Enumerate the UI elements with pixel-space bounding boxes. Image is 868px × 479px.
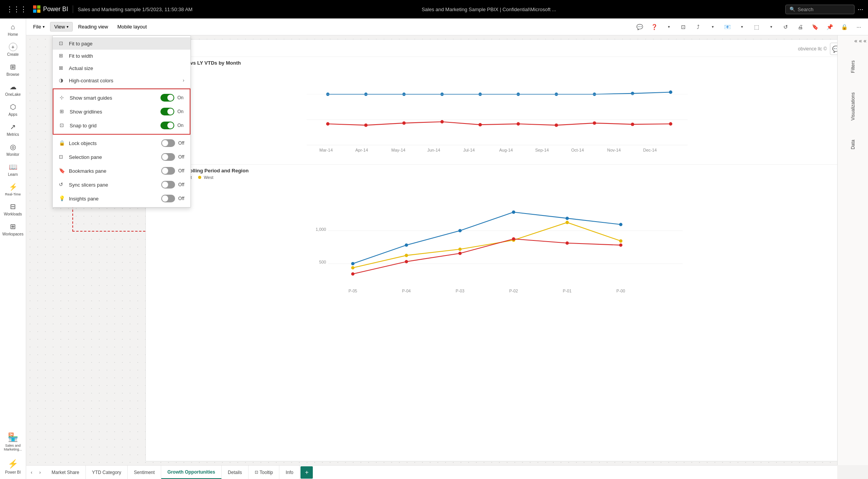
- dropdown-smart-guides[interactable]: ⊹ Show smart guides On: [53, 91, 190, 105]
- visualizations-tab[interactable]: Visualizations: [848, 86, 858, 127]
- pin-icon[interactable]: 📌: [823, 21, 836, 33]
- sidebar-item-sales[interactable]: 🏪 Sales and Marketing...: [0, 429, 26, 454]
- dropdown-lock-objects[interactable]: 🔒 Lock objects Off: [53, 136, 190, 150]
- sidebar-item-home[interactable]: ⌂ Home: [0, 20, 26, 40]
- export-chevron-icon[interactable]: ▾: [765, 21, 777, 33]
- dropdown-insights-pane[interactable]: 💡 Insights pane Off: [53, 192, 190, 205]
- dropdown-snap-to-grid[interactable]: ⊡ Snap to grid On: [53, 118, 190, 132]
- svg-text:1,000: 1,000: [316, 227, 326, 232]
- dropdown-selection-pane[interactable]: ⊡ Selection pane Off: [53, 150, 190, 164]
- bookmarks-toggle-group: Off: [161, 167, 184, 175]
- menu-mobile-layout[interactable]: Mobile layout: [114, 22, 151, 31]
- waffle-icon[interactable]: ⋮⋮⋮: [5, 3, 28, 15]
- sidebar-item-powerbi[interactable]: ⚡ Power BI: [0, 456, 26, 477]
- menu-file[interactable]: File ▾: [29, 22, 48, 31]
- search-box[interactable]: 🔍 Search: [785, 5, 855, 14]
- focus-icon[interactable]: ⊡: [677, 21, 689, 33]
- smart-guides-toggle[interactable]: [160, 94, 174, 102]
- refresh-icon[interactable]: ↺: [780, 21, 792, 33]
- subscribe-chevron-icon[interactable]: ▾: [736, 21, 748, 33]
- insights-thumb: [162, 195, 168, 202]
- collapse-left-icon[interactable]: «: [855, 38, 858, 44]
- dropdown-fit-to-page[interactable]: ⊡ Fit to page: [53, 37, 190, 50]
- search-icon: 🔍: [790, 7, 795, 12]
- menu-reading-view[interactable]: Reading view: [74, 22, 112, 31]
- tab-tooltip[interactable]: ⊡ Tooltip: [249, 466, 280, 479]
- sidebar-item-realtime[interactable]: ⚡ Real-Time: [0, 180, 26, 199]
- reading-view-label: Reading view: [78, 24, 108, 30]
- snap-grid-toggle[interactable]: [160, 122, 174, 129]
- menu-view[interactable]: View ▾: [50, 22, 73, 32]
- bookmarks-toggle[interactable]: [161, 167, 175, 175]
- collapse-icon2[interactable]: «: [863, 38, 866, 44]
- sensitivity-icon[interactable]: 🔒: [838, 21, 850, 33]
- add-tab-button[interactable]: +: [300, 466, 313, 479]
- svg-point-33: [669, 122, 673, 126]
- dropdown-high-contrast[interactable]: ◑ High-contrast colors ›: [53, 74, 190, 87]
- tab-growth-opportunities[interactable]: Growth Opportunities: [161, 466, 222, 479]
- actual-size-icon: ⊠: [59, 65, 65, 71]
- search-label: Search: [798, 7, 813, 12]
- prev-tab-button[interactable]: ‹: [28, 469, 35, 476]
- sidebar-item-browse[interactable]: ⊞ Browse: [0, 60, 26, 80]
- sidebar-item-apps[interactable]: ⬡ Apps: [0, 100, 26, 120]
- svg-text:Sep-14: Sep-14: [535, 148, 549, 152]
- dropdown-actual-size[interactable]: ⊠ Actual size: [53, 62, 190, 74]
- sync-toggle[interactable]: [161, 181, 175, 189]
- chart-panel: Analysis obvience llc © 💬 Total Units VT…: [145, 39, 849, 461]
- qna-icon[interactable]: ❓: [648, 21, 660, 33]
- svg-point-61: [458, 252, 462, 255]
- sidebar-item-create[interactable]: + Create: [0, 40, 26, 60]
- bookmark-icon[interactable]: 🔖: [809, 21, 821, 33]
- onelake-icon: ☁: [10, 83, 17, 91]
- lock-thumb: [162, 140, 168, 146]
- snap-grid-thumb: [167, 122, 174, 129]
- dropdown-show-gridlines[interactable]: ⊞ Show gridlines On: [53, 105, 190, 118]
- print-icon[interactable]: 🖨: [794, 21, 806, 33]
- sidebar-item-onelake[interactable]: ☁ OneLake: [0, 80, 26, 100]
- gridlines-toggle[interactable]: [160, 108, 174, 115]
- svg-text:P-02: P-02: [509, 289, 518, 293]
- next-tab-button[interactable]: ›: [36, 469, 44, 476]
- tab-sentiment[interactable]: Sentiment: [128, 466, 161, 479]
- sidebar-home-label: Home: [8, 32, 18, 37]
- apps-icon: ⬡: [10, 103, 16, 111]
- main-area: Analysis obvience llc © 💬 Total Units VT…: [26, 35, 868, 479]
- share-chevron-icon[interactable]: ▾: [706, 21, 719, 33]
- insights-icon: 💡: [59, 195, 65, 202]
- qna-chevron-icon[interactable]: ▾: [663, 21, 675, 33]
- more-menu-icon[interactable]: ···: [853, 21, 865, 33]
- filters-tab[interactable]: Filters: [848, 54, 858, 80]
- sidebar-item-workloads[interactable]: ⊟ Workloads: [0, 199, 26, 219]
- selection-toggle[interactable]: [161, 153, 175, 161]
- tab-ytd-category[interactable]: YTD Category: [86, 466, 128, 479]
- data-tab[interactable]: Data: [848, 133, 858, 156]
- sync-toggle-label: Off: [178, 182, 184, 187]
- dropdown-fit-to-width[interactable]: ⊞ Fit to width: [53, 50, 190, 62]
- dropdown-bookmarks-pane[interactable]: 🔖 Bookmarks pane Off: [53, 164, 190, 178]
- sidebar-item-learn[interactable]: 📖 Learn: [0, 160, 26, 180]
- sidebar-item-metrics[interactable]: ↗ Metrics: [0, 120, 26, 140]
- lock-toggle[interactable]: [161, 139, 175, 147]
- tab-market-share[interactable]: Market Share: [45, 466, 86, 479]
- actual-size-label: Actual size: [69, 65, 184, 71]
- sidebar-item-monitor[interactable]: ◎ Monitor: [0, 140, 26, 160]
- insights-toggle-label: Off: [178, 196, 184, 201]
- dropdown-sync-slicers[interactable]: ↺ Sync slicers pane Off: [53, 178, 190, 192]
- export-icon[interactable]: ⬚: [750, 21, 763, 33]
- collapse-right-icon[interactable]: «: [859, 38, 862, 44]
- svg-text:P-01: P-01: [563, 289, 572, 293]
- insights-toggle[interactable]: [161, 195, 175, 202]
- menu-bar: File ▾ View ▾ Reading view Mobile layout…: [26, 18, 868, 35]
- more-options-icon[interactable]: ···: [858, 5, 863, 13]
- share-icon[interactable]: ⤴: [692, 21, 704, 33]
- tab-info[interactable]: Info: [279, 466, 300, 479]
- sidebar-apps-label: Apps: [8, 112, 17, 117]
- attribution-label: obvience llc ©: [798, 46, 827, 52]
- sidebar-left: ⌂ Home + Create ⊞ Browse ☁ OneLake ⬡ App…: [0, 18, 26, 479]
- comment-icon[interactable]: 💬: [633, 21, 646, 33]
- subscribe-icon[interactable]: 📧: [721, 21, 733, 33]
- sidebar-item-workspaces[interactable]: ⊞ Workspaces: [0, 219, 26, 239]
- tab-details[interactable]: Details: [222, 466, 249, 479]
- smart-guides-icon: ⊹: [60, 95, 66, 101]
